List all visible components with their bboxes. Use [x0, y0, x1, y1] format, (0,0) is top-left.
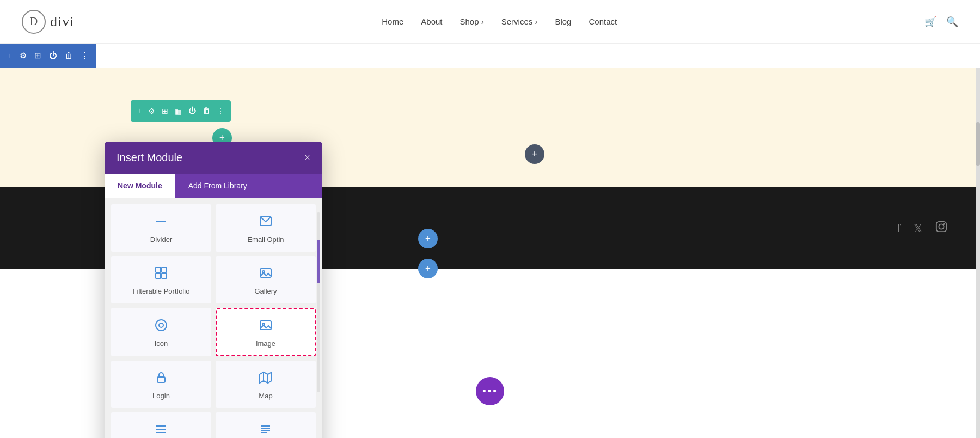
- search-icon[interactable]: 🔍: [946, 16, 958, 28]
- login-icon: [155, 371, 168, 387]
- row-add-icon[interactable]: +: [137, 107, 142, 115]
- settings-icon[interactable]: ⚙: [20, 51, 27, 60]
- module-map-label: Map: [259, 392, 272, 400]
- modal-tabs: New Module Add From Library: [105, 174, 322, 198]
- module-map[interactable]: Map: [216, 361, 316, 408]
- power-icon[interactable]: ⏻: [49, 51, 57, 60]
- module-icon[interactable]: Icon: [111, 308, 211, 356]
- nav-services[interactable]: Services: [501, 17, 538, 26]
- module-email-optin[interactable]: Email Optin: [216, 204, 316, 252]
- add-btn-blue-1[interactable]: +: [418, 229, 438, 248]
- nav-shop[interactable]: Shop: [460, 17, 484, 26]
- svg-rect-7: [156, 273, 161, 278]
- svg-point-12: [159, 323, 163, 327]
- add-btn-dark[interactable]: +: [525, 144, 544, 164]
- row-power-icon[interactable]: ⏻: [188, 107, 196, 115]
- icon-module-icon: [155, 319, 168, 335]
- module-grid: Divider Email Optin: [105, 198, 322, 438]
- module-gallery-label: Gallery: [254, 287, 277, 295]
- module-email-optin-label: Email Optin: [247, 235, 284, 244]
- modal-scroll-thumb: [317, 240, 320, 283]
- row-columns-icon[interactable]: ▦: [175, 107, 182, 116]
- svg-point-11: [156, 320, 167, 331]
- modal-title: Insert Module: [117, 151, 182, 164]
- facebook-icon[interactable]: f: [897, 221, 901, 235]
- logo-text: divi: [50, 14, 74, 30]
- delete-icon[interactable]: 🗑: [65, 51, 73, 60]
- map-icon: [259, 371, 272, 387]
- nav-blog[interactable]: Blog: [555, 17, 571, 26]
- email-optin-icon: [259, 215, 272, 231]
- editor-toolbar-top: + ⚙ ⊞ ⏻ 🗑 ⋮: [0, 44, 96, 68]
- logo-circle-icon: D: [22, 10, 46, 34]
- scrollbar[interactable]: [976, 68, 980, 438]
- svg-rect-8: [162, 273, 167, 278]
- layout-icon[interactable]: ⊞: [34, 51, 41, 60]
- menu-icon: [155, 423, 168, 438]
- row-layout-icon[interactable]: ⊞: [162, 107, 168, 116]
- module-filterable-portfolio[interactable]: Filterable Portfolio: [111, 256, 211, 303]
- svg-rect-5: [156, 267, 161, 272]
- add-btn-blue-2[interactable]: +: [418, 259, 438, 278]
- module-image[interactable]: Image: [216, 308, 316, 356]
- add-icon[interactable]: +: [8, 51, 12, 60]
- module-gallery[interactable]: Gallery: [216, 256, 316, 303]
- nav-icons: 🛒 🔍: [924, 16, 958, 28]
- nav-about[interactable]: About: [421, 17, 442, 26]
- divider-icon: [155, 215, 168, 231]
- row-delete-icon[interactable]: 🗑: [203, 107, 210, 115]
- modal-header: Insert Module ×: [105, 142, 322, 174]
- filterable-portfolio-icon: [155, 266, 168, 283]
- module-login[interactable]: Login: [111, 361, 211, 408]
- row-toolbar: + ⚙ ⊞ ▦ ⏻ 🗑 ⋮: [131, 100, 231, 122]
- nav-contact[interactable]: Contact: [589, 17, 617, 26]
- top-navigation: D divi Home About Shop Services Blog Con…: [0, 0, 980, 44]
- row-more-icon[interactable]: ⋮: [217, 107, 224, 116]
- image-module-icon: [259, 319, 272, 335]
- insert-module-modal: Insert Module × New Module Add From Libr…: [105, 142, 322, 438]
- module-login-label: Login: [152, 392, 170, 400]
- cart-icon[interactable]: 🛒: [924, 16, 936, 28]
- twitter-icon[interactable]: 𝕏: [914, 222, 922, 235]
- nav-home[interactable]: Home: [382, 17, 403, 26]
- module-divider[interactable]: Divider: [111, 204, 211, 252]
- svg-rect-9: [260, 269, 271, 277]
- gallery-icon: [259, 266, 272, 283]
- scroll-thumb[interactable]: [976, 122, 980, 166]
- svg-point-2: [944, 223, 945, 224]
- svg-rect-0: [936, 222, 946, 232]
- module-image-label: Image: [256, 339, 275, 348]
- row-settings-icon[interactable]: ⚙: [148, 107, 155, 116]
- module-filterable-portfolio-label: Filterable Portfolio: [133, 287, 190, 295]
- more-icon[interactable]: ⋮: [81, 51, 89, 60]
- tab-new-module[interactable]: New Module: [105, 174, 175, 198]
- svg-rect-15: [157, 377, 165, 382]
- svg-marker-16: [260, 372, 272, 383]
- modal-scrollbar[interactable]: [317, 212, 320, 392]
- tab-add-from-library[interactable]: Add From Library: [175, 174, 260, 198]
- svg-point-1: [939, 224, 944, 229]
- instagram-icon[interactable]: [935, 221, 947, 236]
- purple-dots-button[interactable]: •••: [476, 377, 504, 405]
- site-logo[interactable]: D divi: [22, 10, 74, 34]
- main-area: + ⚙ ⊞ ▦ ⏻ 🗑 ⋮ + f 𝕏 + + + Insert Module: [0, 44, 980, 438]
- nav-links: Home About Shop Services Blog Contact: [382, 17, 617, 26]
- module-number-counter[interactable]: Number Counter: [216, 412, 316, 438]
- svg-rect-6: [162, 267, 167, 272]
- module-menu[interactable]: Menu: [111, 412, 211, 438]
- svg-rect-13: [260, 321, 271, 330]
- module-icon-label: Icon: [155, 339, 168, 348]
- modal-close-button[interactable]: ×: [304, 151, 310, 164]
- number-counter-icon: [259, 423, 272, 438]
- module-divider-label: Divider: [150, 235, 172, 244]
